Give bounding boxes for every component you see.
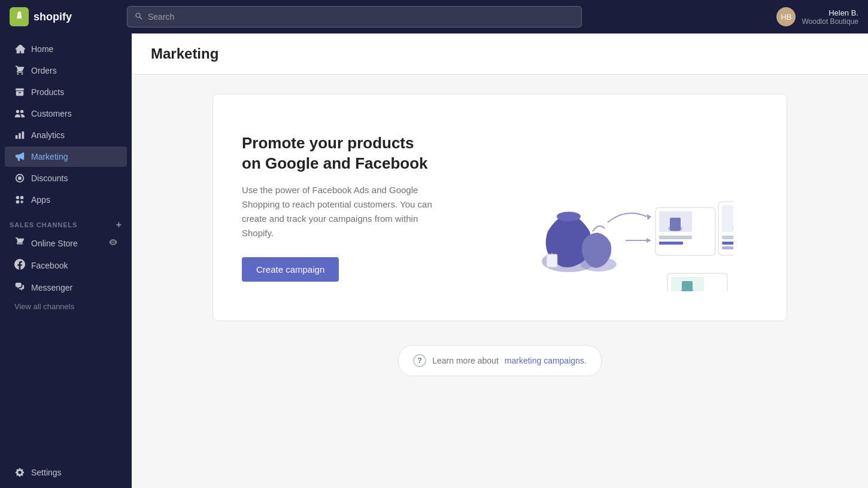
- sidebar-item-marketing-label: Marketing: [31, 152, 68, 161]
- facebook-icon: [14, 259, 25, 272]
- sidebar-item-orders-label: Orders: [31, 66, 57, 75]
- sidebar-item-apps-label: Apps: [31, 195, 50, 205]
- search-icon: [135, 12, 143, 22]
- sidebar-item-home[interactable]: Home: [5, 39, 127, 59]
- logo-area[interactable]: shopify: [10, 7, 117, 26]
- info-bar: ? Learn more about marketing campaigns.: [398, 345, 601, 376]
- eye-icon[interactable]: [109, 238, 117, 248]
- sales-channels-section: SALES CHANNELS +: [0, 211, 132, 232]
- sidebar-item-discounts-label: Discounts: [31, 173, 68, 183]
- info-text: Learn more about: [432, 356, 499, 365]
- user-info: Helen B. Woodlot Boutique: [802, 8, 858, 26]
- svg-marker-6: [647, 214, 651, 220]
- shopify-logo-icon: [10, 7, 29, 26]
- svg-rect-17: [682, 281, 693, 291]
- sidebar: Home Orders Products Customers Analytics: [0, 33, 132, 488]
- user-area[interactable]: HB Helen B. Woodlot Boutique: [776, 7, 858, 26]
- sidebar-item-online-store[interactable]: Online Store: [5, 233, 127, 254]
- svg-marker-5: [647, 238, 651, 243]
- online-store-label: Online Store: [31, 239, 78, 248]
- settings-icon: [14, 467, 25, 478]
- search-input[interactable]: [148, 12, 574, 22]
- add-channel-button[interactable]: +: [116, 220, 122, 230]
- svg-rect-13: [659, 242, 683, 245]
- svg-point-1: [557, 212, 581, 221]
- svg-rect-27: [722, 246, 733, 249]
- products-icon: [14, 87, 25, 97]
- promo-card: Promote your products on Google and Face…: [213, 94, 787, 321]
- illustration-svg: [482, 124, 733, 291]
- user-name: Helen B.: [802, 8, 858, 17]
- create-campaign-button[interactable]: Create campaign: [242, 257, 339, 282]
- svg-rect-25: [722, 236, 733, 239]
- sidebar-item-products[interactable]: Products: [5, 82, 127, 102]
- sidebar-item-analytics[interactable]: Analytics: [5, 125, 127, 145]
- avatar: HB: [776, 7, 796, 26]
- messenger-label: Messenger: [31, 283, 72, 292]
- orders-icon: [14, 65, 25, 76]
- logo-text: shopify: [34, 11, 72, 23]
- sidebar-item-discounts[interactable]: Discounts: [5, 168, 127, 188]
- sidebar-item-apps[interactable]: Apps: [5, 190, 127, 210]
- page-title: Marketing: [151, 45, 849, 62]
- search-bar[interactable]: [127, 6, 582, 28]
- discounts-icon: [14, 173, 25, 184]
- svg-rect-3: [547, 254, 557, 267]
- svg-rect-11: [659, 236, 692, 239]
- info-icon: ?: [413, 354, 426, 367]
- promo-text: Promote your products on Google and Face…: [242, 133, 433, 282]
- sidebar-item-facebook[interactable]: Facebook: [5, 255, 127, 276]
- marketing-icon: [14, 151, 25, 162]
- apps-icon: [14, 194, 25, 205]
- main-content: Marketing Promote your products on Googl…: [132, 33, 868, 488]
- home-icon: [14, 44, 25, 54]
- marketing-campaigns-link[interactable]: marketing campaigns.: [505, 356, 587, 365]
- top-navigation: shopify HB Helen B. Woodlot Boutique: [0, 0, 868, 33]
- facebook-label: Facebook: [31, 261, 68, 270]
- sidebar-item-customers-label: Customers: [31, 109, 72, 118]
- sidebar-item-settings[interactable]: Settings: [5, 462, 127, 483]
- layout: Home Orders Products Customers Analytics: [0, 33, 868, 488]
- customers-icon: [14, 108, 25, 119]
- user-shop: Woodlot Boutique: [802, 17, 858, 26]
- sidebar-item-marketing[interactable]: Marketing: [5, 147, 127, 167]
- online-store-icon: [14, 237, 25, 249]
- promo-description: Use the power of Facebook Ads and Google…: [242, 183, 433, 240]
- page-header: Marketing: [132, 33, 868, 75]
- sidebar-item-home-label: Home: [31, 44, 53, 54]
- svg-rect-26: [722, 242, 733, 245]
- promo-title: Promote your products on Google and Face…: [242, 133, 433, 174]
- sidebar-item-messenger[interactable]: Messenger: [5, 277, 127, 298]
- content-area: Promote your products on Google and Face…: [132, 75, 868, 395]
- analytics-icon: [14, 130, 25, 141]
- settings-label: Settings: [31, 468, 62, 477]
- promo-illustration: [457, 124, 758, 291]
- svg-rect-21: [722, 205, 733, 232]
- sidebar-item-products-label: Products: [31, 87, 64, 97]
- sidebar-item-analytics-label: Analytics: [31, 130, 65, 140]
- messenger-icon: [14, 281, 25, 294]
- sidebar-item-orders[interactable]: Orders: [5, 60, 127, 81]
- sidebar-item-customers[interactable]: Customers: [5, 103, 127, 124]
- svg-rect-10: [670, 218, 681, 231]
- view-all-channels-link[interactable]: View all channels: [0, 298, 132, 315]
